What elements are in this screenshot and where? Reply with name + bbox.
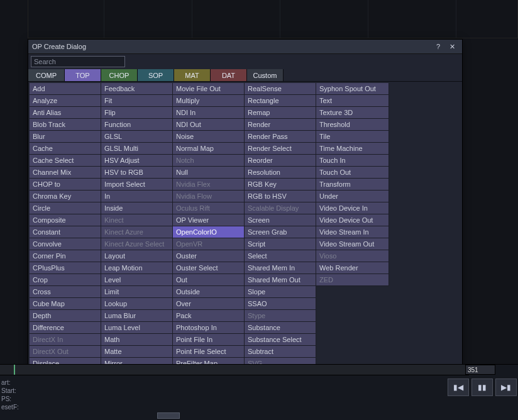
step-fwd-button[interactable]: ▶▮ [495,379,517,396]
op-item[interactable]: Video Stream In [316,226,389,238]
op-item[interactable]: Cache [30,143,101,155]
op-item[interactable]: Analyze [30,95,101,107]
op-item[interactable]: DirectX Out [30,346,101,358]
op-item[interactable]: Touch In [316,155,389,167]
op-item[interactable]: Stype [245,310,316,322]
op-item[interactable]: Transform [316,179,389,191]
op-item[interactable]: In [101,191,173,202]
op-item[interactable]: Inside [101,202,173,214]
op-item[interactable]: Text [316,95,389,107]
op-item[interactable]: Nvidia Flex [173,179,245,191]
op-item[interactable]: Ouster [173,250,245,262]
op-item[interactable]: Constant [30,226,101,238]
op-item[interactable]: Notch [173,155,245,167]
op-item[interactable]: Depth [30,310,101,322]
op-item[interactable]: Rectangle [245,95,316,107]
op-item[interactable]: GLSL Multi [101,143,173,155]
op-item[interactable]: Photoshop In [173,322,245,334]
op-item[interactable]: Noise [173,131,245,143]
op-item[interactable]: Null [173,167,245,179]
op-item[interactable]: NDI In [173,107,245,119]
op-item[interactable]: Kinect [101,214,173,226]
op-item[interactable]: Shared Mem Out [245,274,316,286]
op-item[interactable]: Slope [245,286,316,298]
op-item[interactable]: SSAO [245,298,316,310]
op-item[interactable]: Multiply [173,95,245,107]
op-item[interactable]: Leap Motion [101,262,173,274]
op-item[interactable]: Corner Pin [30,250,101,262]
op-item[interactable]: Movie File Out [173,83,245,95]
op-item[interactable]: Substance Select [245,334,316,346]
op-item[interactable]: Oculus Rift [173,202,245,214]
pause-button[interactable]: ▮▮ [471,379,493,396]
close-button[interactable]: ✕ [446,41,458,52]
frame-display[interactable]: 351 [465,365,495,375]
op-item[interactable]: Texture 3D [316,107,389,119]
scroll-thumb[interactable] [157,412,180,419]
op-item[interactable]: Kinect Azure Select [101,238,173,250]
op-item[interactable]: Vioso [316,250,389,262]
op-item[interactable]: Feedback [101,83,173,95]
op-item[interactable]: Convolve [30,238,101,250]
op-item[interactable]: Script [245,238,316,250]
op-item[interactable]: Time Machine [316,143,389,155]
op-item[interactable]: Touch Out [316,167,389,179]
op-item[interactable]: Remap [245,107,316,119]
op-item[interactable]: OpenColorIO [173,226,245,238]
op-item[interactable]: Lookup [101,298,173,310]
op-item[interactable]: Layout [101,250,173,262]
op-item[interactable]: Crop [30,274,101,286]
op-item[interactable]: Outside [173,286,245,298]
op-item[interactable]: Screen [245,214,316,226]
op-item[interactable]: Ouster Select [173,262,245,274]
op-item[interactable]: Luma Level [101,322,173,334]
op-item[interactable]: NDI Out [173,119,245,131]
op-item[interactable]: RGB Key [245,179,316,191]
op-item[interactable]: Video Device Out [316,214,389,226]
op-item[interactable]: Out [173,274,245,286]
op-item[interactable]: Video Device In [316,202,389,214]
op-item[interactable]: OpenVR [173,238,245,250]
op-item[interactable]: DirectX In [30,334,101,346]
op-item[interactable]: Luma Blur [101,310,173,322]
op-item[interactable]: CPlusPlus [30,262,101,274]
playhead[interactable] [14,365,15,375]
op-item[interactable]: Anti Alias [30,107,101,119]
op-item[interactable]: Cross [30,286,101,298]
op-item[interactable]: GLSL [101,131,173,143]
op-item[interactable]: Syphon Spout Out [316,83,389,95]
op-item[interactable]: Under [316,191,389,202]
op-item[interactable]: Level [101,274,173,286]
op-item[interactable]: Nvidia Flow [173,191,245,202]
timeline[interactable] [0,365,469,375]
op-item[interactable]: Matte [101,346,173,358]
op-item[interactable]: Subtract [245,346,316,358]
op-item[interactable]: Pack [173,310,245,322]
op-item[interactable]: HSV to RGB [101,167,173,179]
op-item[interactable]: Reorder [245,155,316,167]
op-item[interactable]: Point File Select [173,346,245,358]
op-item[interactable]: Point File In [173,334,245,346]
help-button[interactable]: ? [432,41,444,52]
op-item[interactable]: Difference [30,322,101,334]
search-input[interactable] [31,56,125,67]
op-item[interactable]: Fit [101,95,173,107]
tab-sop[interactable]: SOP [138,69,174,81]
op-item[interactable]: RGB to HSV [245,191,316,202]
op-item[interactable]: Substance [245,322,316,334]
op-item[interactable]: Chroma Key [30,191,101,202]
op-item[interactable]: Blur [30,131,101,143]
op-item[interactable]: Cube Map [30,298,101,310]
op-item[interactable]: Render Select [245,143,316,155]
op-item[interactable]: OP Viewer [173,214,245,226]
op-item[interactable]: Import Select [101,179,173,191]
tab-dat[interactable]: DAT [211,69,247,81]
op-item[interactable]: ZED [316,274,389,286]
op-item[interactable]: Select [245,250,316,262]
op-item[interactable]: Function [101,119,173,131]
op-item[interactable]: Cache Select [30,155,101,167]
op-item[interactable]: Tile [316,131,389,143]
tab-custom[interactable]: Custom [247,69,284,81]
op-item[interactable]: Normal Map [173,143,245,155]
op-item[interactable]: Scalable Display [245,202,316,214]
